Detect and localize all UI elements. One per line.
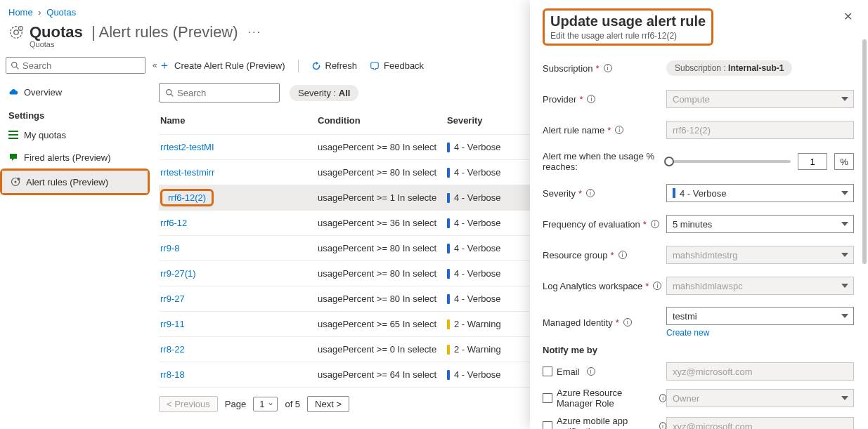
next-page-button[interactable]: Next > <box>307 396 349 412</box>
slider-track[interactable] <box>666 160 791 163</box>
managed-identity-select[interactable]: testmi <box>666 307 854 325</box>
panel-body: Subscription*i Subscription : Internal-s… <box>530 54 868 429</box>
condition-cell: usagePercent >= 64 In select <box>318 369 447 380</box>
mobile-checkbox[interactable] <box>543 421 552 429</box>
refresh-button[interactable]: Refresh <box>311 60 358 71</box>
more-actions-icon[interactable]: ··· <box>248 26 261 39</box>
page-select[interactable]: 1 <box>253 397 278 411</box>
label-resource-group: Resource group*i <box>543 250 666 260</box>
label-provider: Provider*i <box>543 94 666 105</box>
list-icon <box>8 130 18 140</box>
sidebar-item-my-quotas[interactable]: My quotas <box>0 124 150 146</box>
alert-rule-name-input: rrf6-12(2) <box>666 121 854 139</box>
threshold-slider[interactable]: % <box>666 153 854 170</box>
col-header-condition[interactable]: Condition <box>318 115 447 126</box>
close-panel-button[interactable]: ✕ <box>839 8 857 25</box>
label-subscription: Subscription*i <box>543 63 666 74</box>
page-of-label: of 5 <box>285 399 300 409</box>
svg-point-4 <box>12 62 17 67</box>
arm-role-select[interactable]: Owner <box>666 389 854 407</box>
rule-name-link[interactable]: rrtest2-testMI <box>160 142 214 152</box>
col-header-name[interactable]: Name <box>159 115 318 126</box>
breadcrumb-sep: › <box>38 7 41 18</box>
rule-name-link[interactable]: rrtest-testmirr <box>160 167 214 178</box>
info-icon[interactable]: i <box>587 95 595 103</box>
info-icon[interactable]: i <box>623 318 632 326</box>
svg-rect-7 <box>8 134 18 136</box>
breadcrumb-home[interactable]: Home <box>8 7 33 18</box>
search-icon <box>11 61 20 70</box>
sidebar-search-input[interactable] <box>22 60 141 71</box>
feedback-button[interactable]: Feedback <box>370 60 424 71</box>
rule-name-link[interactable]: rrf6-12(2) <box>168 192 206 203</box>
sidebar-item-fired-alerts[interactable]: Fired alerts (Preview) <box>0 146 150 169</box>
rule-name-link[interactable]: rr9-27(1) <box>160 268 196 279</box>
create-new-link[interactable]: Create new <box>666 328 709 338</box>
rule-name-link[interactable]: rr8-22 <box>160 344 185 355</box>
feedback-icon <box>370 61 380 71</box>
severity-bar-icon <box>447 244 450 253</box>
sidebar-label: Overview <box>24 87 62 98</box>
panel-title: Update usage alert rule <box>550 13 706 29</box>
refresh-icon <box>311 61 321 71</box>
rule-name-link[interactable]: rr8-18 <box>160 369 185 380</box>
breadcrumb-quotas[interactable]: Quotas <box>46 7 76 18</box>
label-alert-threshold: Alert me when the usage % reaches: <box>543 151 666 172</box>
panel-title-box: Update usage alert rule Edit the usage a… <box>543 8 713 46</box>
severity-select[interactable]: 4 - Verbose <box>666 184 854 202</box>
frequency-select[interactable]: 5 minutes <box>666 215 854 233</box>
sidebar-heading-settings: Settings <box>0 103 150 124</box>
notify-email-label: Emaili <box>543 367 666 377</box>
info-icon[interactable]: i <box>615 126 623 134</box>
fired-alert-icon <box>8 152 18 162</box>
svg-point-1 <box>14 30 18 34</box>
prev-page-button[interactable]: < Previous <box>159 396 218 412</box>
label-law: Log Analytics workspace*i <box>543 281 666 291</box>
slider-value-input[interactable] <box>798 153 827 170</box>
rule-name-link[interactable]: rrf6-12 <box>160 218 187 228</box>
info-icon[interactable]: i <box>586 189 595 197</box>
info-icon[interactable]: i <box>604 64 612 72</box>
severity-bar-icon <box>447 193 450 203</box>
label-severity: Severity*i <box>543 188 666 199</box>
table-search[interactable] <box>159 83 280 103</box>
slider-thumb[interactable] <box>664 157 674 166</box>
rule-name-link[interactable]: rr9-27 <box>160 293 185 304</box>
severity-filter-pill[interactable]: Severity : All <box>290 85 358 101</box>
condition-cell: usagePercent >= 80 In select <box>318 243 447 253</box>
condition-cell: usagePercent >= 80 In select <box>318 293 447 304</box>
cloud-icon <box>8 87 18 97</box>
sidebar-item-overview[interactable]: Overview <box>0 81 150 103</box>
sidebar-search[interactable] <box>6 57 145 74</box>
page-title: Quotas <box>30 23 83 41</box>
email-input[interactable]: xyz@microsoft.com <box>666 362 854 381</box>
condition-cell: usagePercent >= 80 In select <box>318 268 447 279</box>
info-icon[interactable]: i <box>651 220 659 228</box>
table-search-input[interactable] <box>177 88 295 98</box>
severity-filter-value: All <box>339 88 351 98</box>
slider-unit: % <box>834 153 854 170</box>
info-icon[interactable]: i <box>587 367 595 376</box>
condition-cell: usagePercent >= 0 In selecte <box>318 344 447 355</box>
separator <box>298 60 299 72</box>
page-label: Page <box>225 399 246 409</box>
sidebar-label: My quotas <box>24 130 66 140</box>
info-icon[interactable]: i <box>653 282 661 290</box>
notify-mobile-label: Azure mobile app notificationi <box>543 416 666 429</box>
info-icon[interactable]: i <box>659 422 666 429</box>
severity-bar-icon <box>447 269 450 279</box>
scrollbar[interactable] <box>862 39 867 264</box>
info-icon[interactable]: i <box>618 251 627 259</box>
email-checkbox[interactable] <box>543 367 552 376</box>
svg-line-13 <box>171 94 173 96</box>
info-icon[interactable]: i <box>659 394 666 402</box>
notify-arm-label: Azure Resource Manager Rolei <box>543 388 666 409</box>
create-alert-rule-button[interactable]: ＋ Create Alert Rule (Preview) <box>159 58 285 73</box>
arm-role-checkbox[interactable] <box>543 393 552 403</box>
rule-name-link[interactable]: rr9-8 <box>160 243 179 253</box>
panel-subtitle: Edit the usage alert rule rrf6-12(2) <box>550 31 706 41</box>
sidebar-item-alert-rules[interactable]: Alert rules (Preview) <box>2 171 148 193</box>
mobile-input[interactable]: xyz@microsoft.com <box>666 417 854 429</box>
toolbar-label: Create Alert Rule (Preview) <box>174 60 285 71</box>
rule-name-link[interactable]: rr9-11 <box>160 319 185 329</box>
